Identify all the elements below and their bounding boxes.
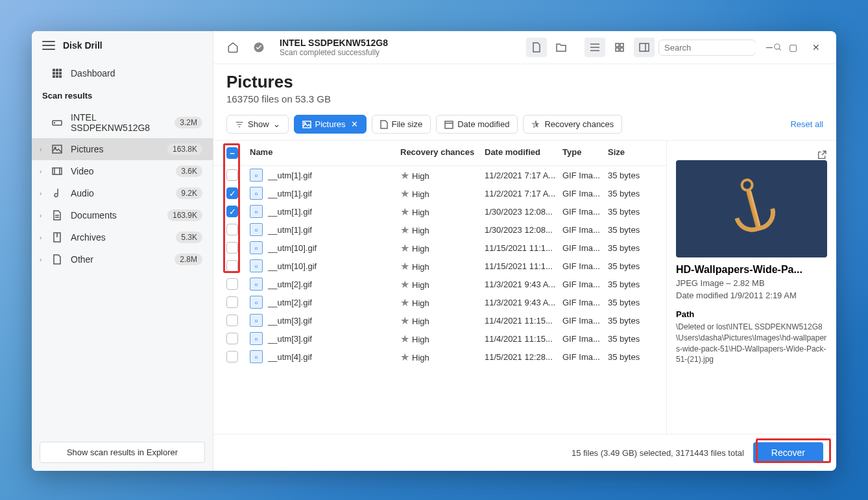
sidebar-item-documents[interactable]: ›Documents163.9K [32,204,213,226]
sidebar-item-label: Archives [71,232,168,243]
size-value: 35 bytes [608,298,653,307]
calendar-icon [444,120,453,129]
table-row[interactable]: ✓o__utm[1].gif★High11/2/2021 7:17 A...GI… [213,184,666,202]
home-icon[interactable] [224,38,242,56]
preview-title: HD-Wallpapers-Wide-Pa... [676,264,827,276]
size-value: 35 bytes [608,261,653,271]
svg-rect-0 [53,69,55,71]
date-value: 11/15/2021 11:1... [485,243,562,253]
col-date[interactable]: Date modified [485,147,562,159]
sidebar-item-pictures[interactable]: ›Pictures163.8K [32,138,213,160]
file-size-filter[interactable]: File size [372,115,431,134]
sidebar-item-label: Audio [71,188,168,198]
row-checkbox[interactable] [226,315,238,326]
star-icon: ★ [400,243,409,254]
row-checkbox[interactable] [226,278,238,290]
sidebar-item-disk[interactable]: INTEL SSDPEKNW512G83.2M [32,107,213,138]
col-type[interactable]: Type [562,147,608,159]
maximize-button[interactable]: ▢ [783,38,802,57]
open-external-icon[interactable] [817,150,827,160]
table-row[interactable]: o__utm[3].gif★High11/4/2021 11:15...GIF … [213,329,666,348]
recover-button[interactable]: Recover [753,442,823,463]
table-row[interactable]: o__utm[2].gif★High11/3/2021 9:43 A...GIF… [213,275,666,293]
row-checkbox[interactable]: ✓ [226,206,238,217]
file-table: − Name Recovery chances Date modified Ty… [213,141,666,434]
table-row[interactable]: o__utm[10].gif★High11/15/2021 11:1...GIF… [213,239,666,257]
audio-icon [51,187,63,199]
table-row[interactable]: o__utm[3].gif★High11/4/2021 11:15...GIF … [213,311,666,329]
table-row[interactable]: o__utm[1].gif★High11/2/2021 7:17 A...GIF… [213,166,666,184]
show-in-explorer-button[interactable]: Show scan results in Explorer [40,442,205,463]
reset-all-link[interactable]: Reset all [790,119,823,129]
row-checkbox[interactable] [226,169,238,181]
show-filter[interactable]: Show ⌄ [226,115,289,134]
row-checkbox[interactable]: ✓ [226,187,238,199]
table-row[interactable]: o__utm[1].gif★High1/30/2023 12:08...GIF … [213,220,666,239]
preview-path: \Deleted or lost\INTEL SSDPEKNW512G8\Use… [676,322,827,365]
sidebar-item-label: Dashboard [71,68,202,78]
date-value: 11/2/2021 7:17 A... [485,171,562,180]
file-name: __utm[2].gif [268,280,312,289]
sidebar-item-label: Other [71,254,167,265]
archives-icon [51,232,63,243]
sidebar-item-badge: 3.6K [176,165,202,177]
select-all-checkbox[interactable]: − [226,147,238,159]
size-value: 35 bytes [608,280,653,289]
anchor-icon [745,189,760,228]
close-button[interactable]: ✕ [806,38,826,57]
file-view-icon[interactable] [526,38,547,57]
star-icon: ★ [400,351,409,363]
filter-bar: Show ⌄ Pictures ✕ File size Date modifie… [213,108,836,141]
close-icon[interactable]: ✕ [351,119,358,129]
hamburger-icon[interactable] [42,41,55,50]
date-modified-filter[interactable]: Date modified [436,115,518,134]
row-checkbox[interactable] [226,242,238,254]
col-name[interactable]: Name [250,147,400,159]
footer-bar: 15 files (3.49 GB) selected, 3171443 fil… [213,434,836,471]
scan-results-header: Scan results [32,84,213,107]
recovery-chances-filter[interactable]: Recovery chances [523,115,622,134]
date-modified-filter-label: Date modified [457,119,509,129]
pictures-filter[interactable]: Pictures ✕ [294,115,367,134]
file-name: __utm[3].gif [268,316,312,326]
col-size[interactable]: Size [608,147,653,159]
table-row[interactable]: o__utm[2].gif★High11/3/2021 9:43 A...GIF… [213,293,666,311]
row-checkbox[interactable] [226,260,238,272]
size-value: 35 bytes [608,334,653,344]
chevron-right-icon: › [40,212,42,219]
documents-icon [51,209,63,221]
type-value: GIF Ima... [562,298,608,307]
minimize-button[interactable]: ─ [760,38,779,57]
file-name: __utm[10].gif [268,261,317,271]
col-recovery[interactable]: Recovery chances [400,147,485,159]
recovery-value: High [412,298,429,308]
table-row[interactable]: ✓o__utm[1].gif★High1/30/2023 12:08...GIF… [213,202,666,220]
row-checkbox[interactable] [226,351,238,363]
search-input[interactable] [664,43,773,53]
sidebar-item-other[interactable]: ›Other2.8M [32,248,213,270]
sidebar-item-label: Pictures [71,144,160,154]
preview-meta-date: Date modified 1/9/2011 2:19 AM [676,291,827,300]
star-icon: ★ [400,333,409,344]
row-checkbox[interactable] [226,296,238,308]
file-type-icon: o [250,314,263,327]
sidebar-item-video[interactable]: ›Video3.6K [32,160,213,182]
sidebar-item-dashboard[interactable]: Dashboard [32,62,213,84]
file-type-icon: o [250,350,263,363]
search-box[interactable] [658,40,756,56]
table-row[interactable]: o__utm[10].gif★High11/15/2021 11:1...GIF… [213,257,666,275]
folder-view-icon[interactable] [551,38,572,57]
file-name: __utm[4].gif [268,352,312,362]
size-value: 35 bytes [608,316,653,326]
table-row[interactable]: o__utm[4].gif★High11/5/2021 12:28...GIF … [213,348,666,366]
list-view-icon[interactable] [585,38,605,57]
panel-view-icon[interactable] [634,38,655,57]
sidebar-item-archives[interactable]: ›Archives5.3K [32,226,213,248]
row-checkbox[interactable] [226,224,238,235]
row-checkbox[interactable] [226,333,238,344]
grid-view-icon[interactable] [609,38,630,57]
toolbar-right: ─ ▢ ✕ [526,38,826,57]
preview-panel: HD-Wallpapers-Wide-Pa... JPEG Image – 2.… [666,141,836,434]
sidebar-item-audio[interactable]: ›Audio9.2K [32,182,213,204]
file-name: __utm[1].gif [268,207,312,217]
